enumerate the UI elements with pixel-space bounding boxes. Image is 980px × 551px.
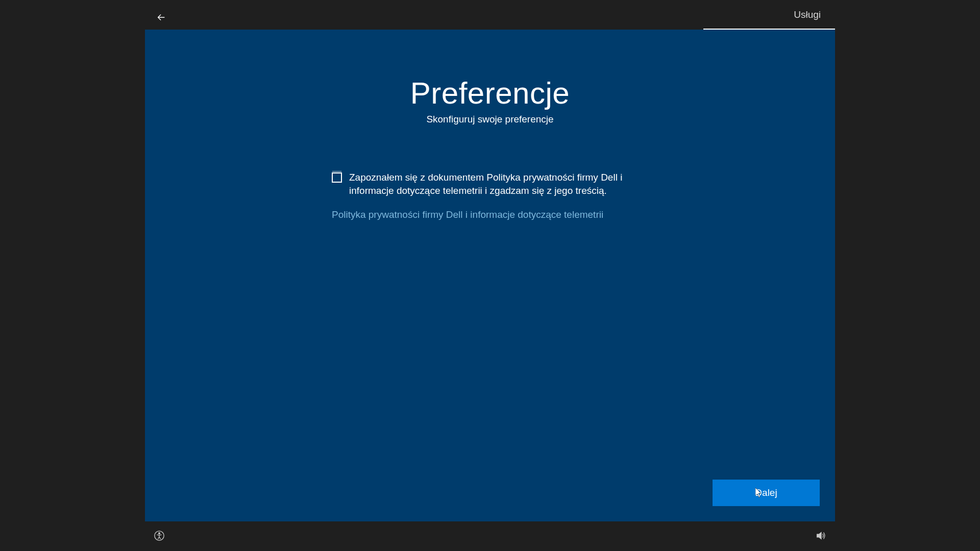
next-button[interactable]: Dalej [713, 480, 820, 506]
privacy-checkbox-label: Zapoznałem się z dokumentem Polityka pry… [349, 171, 648, 197]
tab-label: Usługi [794, 9, 821, 20]
arrow-left-icon [156, 12, 167, 23]
accessibility-button[interactable] [153, 530, 165, 542]
privacy-policy-link[interactable]: Polityka prywatności firmy Dell i inform… [332, 209, 648, 220]
form-area: Zapoznałem się z dokumentem Polityka pry… [332, 171, 648, 220]
volume-icon [815, 530, 826, 541]
page-title: Preferencje [410, 76, 570, 111]
privacy-checkbox-row: Zapoznałem się z dokumentem Polityka pry… [332, 171, 648, 197]
back-button[interactable] [153, 9, 169, 26]
privacy-checkbox[interactable] [332, 172, 342, 183]
svg-point-1 [159, 533, 160, 534]
volume-button[interactable] [815, 530, 827, 542]
tab-services[interactable]: Usługi [779, 0, 835, 20]
main-panel: Preferencje Skonfiguruj swoje preferencj… [145, 30, 835, 521]
next-button-label: Dalej [755, 487, 777, 498]
page-subtitle: Skonfiguruj swoje preferencje [426, 114, 553, 125]
accessibility-icon [154, 530, 165, 541]
